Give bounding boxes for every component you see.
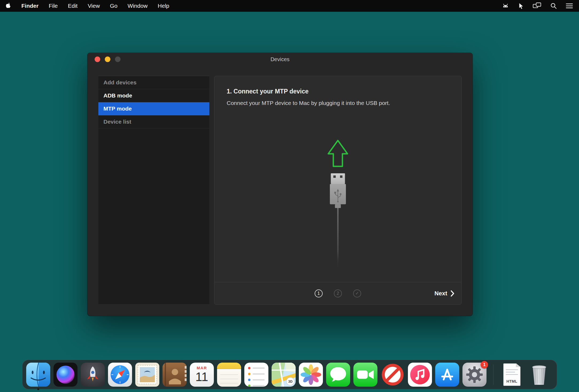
finder-running-indicator: [37, 388, 39, 390]
sidebar-label: Device list: [103, 119, 131, 125]
close-button[interactable]: [95, 57, 100, 62]
wizard-step-title: 1. Connect your MTP device: [227, 88, 461, 95]
maps-3d-label: 3D: [288, 380, 292, 383]
menubar: Finder File Edit View Go Window Help: [0, 0, 579, 12]
facetime-camera-icon: [353, 363, 377, 387]
dock-item-reminders[interactable]: [244, 363, 268, 387]
finder-icon: [26, 363, 50, 387]
dock-item-system-preferences[interactable]: 1: [462, 363, 487, 387]
calendar-month: MAR: [190, 366, 214, 370]
app-store-icon: [435, 363, 459, 387]
dock-item-photos[interactable]: [299, 363, 323, 387]
sidebar: Add devices ADB mode MTP mode Device lis…: [98, 76, 209, 304]
menu-help[interactable]: Help: [158, 3, 169, 9]
sidebar-label: MTP mode: [103, 105, 132, 112]
minimize-button[interactable]: [105, 57, 110, 62]
search-icon[interactable]: [550, 2, 557, 9]
mail-stamp-icon: [135, 363, 159, 387]
desktop: { "colors": { "desktop_teal": "#0d6161",…: [0, 0, 579, 392]
calendar-day: 11: [190, 370, 214, 383]
step-1-indicator: 1: [315, 289, 323, 297]
dock-divider: [490, 363, 497, 387]
next-button[interactable]: Next: [434, 290, 454, 297]
dock-item-siri[interactable]: [53, 363, 78, 387]
menu-view[interactable]: View: [88, 3, 100, 9]
reminders-icon: [244, 363, 268, 387]
dock-item-html-file[interactable]: HTML: [500, 363, 524, 387]
dock-item-mail[interactable]: [135, 363, 159, 387]
wizard-footer: 1 2 ✓ Next: [214, 282, 461, 304]
window-body: Add devices ADB mode MTP mode Device lis…: [87, 66, 473, 316]
dock-item-facetime[interactable]: [353, 363, 377, 387]
window-title: Devices: [271, 56, 290, 62]
window-titlebar[interactable]: Devices: [87, 53, 473, 66]
step-done-indicator: ✓: [353, 289, 361, 297]
notes-icon: [217, 363, 241, 387]
trash-icon: [527, 363, 551, 387]
sidebar-label: ADB mode: [103, 92, 132, 99]
step-2-indicator: 2: [334, 289, 342, 297]
music-note-icon: [408, 363, 432, 387]
safari-compass-icon: [108, 363, 132, 387]
dock-item-contacts[interactable]: [163, 363, 187, 387]
usb-illustration: [322, 139, 354, 274]
sidebar-item-device-list[interactable]: Device list: [98, 115, 209, 128]
android-icon[interactable]: [501, 3, 509, 9]
html-file-icon: HTML: [503, 363, 520, 386]
messages-bubble-icon: [326, 363, 350, 387]
next-button-label: Next: [434, 290, 447, 297]
dock: MAR 11: [22, 360, 557, 389]
sidebar-item-add-devices[interactable]: Add devices: [98, 76, 209, 89]
sidebar-label: Add devices: [103, 79, 137, 86]
dock-item-app-store[interactable]: [435, 363, 459, 387]
menubar-app-name[interactable]: Finder: [21, 3, 38, 9]
page-fold: [516, 363, 520, 367]
prohibited-icon: [381, 363, 405, 387]
devices-window: Devices Add devices ADB mode MTP mode De…: [87, 53, 473, 316]
zoom-button-disabled: [115, 57, 121, 62]
chevron-right-icon: [450, 290, 454, 297]
dock-item-notes[interactable]: [217, 363, 241, 387]
dock-item-maps[interactable]: 3D: [272, 363, 296, 387]
calendar-icon: MAR 11: [190, 363, 214, 387]
dock-item-prohibited[interactable]: [381, 363, 405, 387]
apple-icon[interactable]: [6, 3, 11, 9]
dock-item-trash[interactable]: [527, 363, 551, 387]
wizard-step-description: Connect your MTP device to Mac by pluggi…: [227, 100, 461, 106]
menu-file[interactable]: File: [49, 3, 58, 9]
list-icon[interactable]: [566, 3, 573, 9]
contacts-book-icon: [163, 363, 187, 387]
menu-window[interactable]: Window: [128, 3, 148, 9]
dock-item-calendar[interactable]: MAR 11: [190, 363, 214, 387]
wizard-panel: 1. Connect your MTP device Connect your …: [214, 76, 462, 305]
traffic-lights: [95, 57, 121, 62]
menu-go[interactable]: Go: [110, 3, 117, 9]
pointer-icon[interactable]: [518, 3, 524, 9]
photos-pinwheel-icon: [299, 363, 323, 387]
launchpad-rocket-icon: [81, 363, 105, 387]
notification-badge: 1: [481, 361, 488, 369]
menu-edit[interactable]: Edit: [68, 3, 78, 9]
step-indicator: 1 2 ✓: [315, 289, 361, 297]
siri-icon: [53, 363, 78, 387]
displays-icon[interactable]: [532, 2, 542, 9]
sidebar-item-mtp-mode[interactable]: MTP mode: [98, 102, 209, 115]
sidebar-item-adb-mode[interactable]: ADB mode: [98, 89, 209, 102]
dock-item-music[interactable]: [408, 363, 432, 387]
dock-item-finder[interactable]: [26, 363, 50, 387]
html-file-label: HTML: [503, 379, 520, 383]
maps-icon: 3D: [272, 363, 296, 387]
dock-item-safari[interactable]: [108, 363, 132, 387]
dock-item-launchpad[interactable]: [81, 363, 105, 387]
dock-item-messages[interactable]: [326, 363, 350, 387]
